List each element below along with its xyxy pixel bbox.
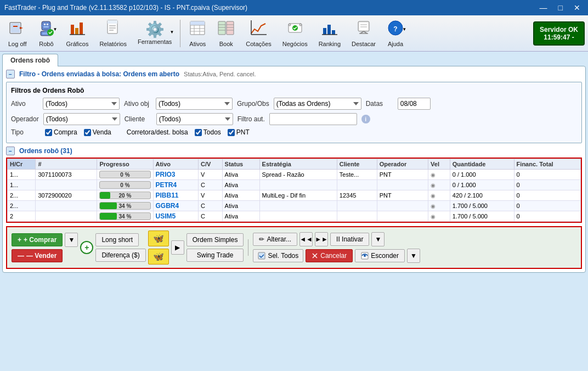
cell-ativo[interactable]: PETR4 xyxy=(153,180,198,190)
toolbar-separator-2 xyxy=(248,239,248,256)
cell-ativo[interactable]: PIBB11 xyxy=(153,190,198,201)
cell-cv: C xyxy=(198,201,222,211)
col-ativo: Ativo xyxy=(153,159,198,170)
butterfly-btn-2[interactable]: 🦋 xyxy=(148,249,169,265)
filtro-aut-label: Filtro aut. xyxy=(238,115,265,123)
ajuda-label: Ajuda xyxy=(388,41,403,47)
datas-input[interactable] xyxy=(398,98,431,110)
maximize-button[interactable]: □ xyxy=(555,2,566,13)
cell-quantidade: 0 / 1.000 xyxy=(450,180,514,190)
cell-num xyxy=(36,201,97,211)
expand-arrow-btn[interactable]: ▶ xyxy=(171,240,184,255)
diferenca-button[interactable]: Diferença ($) xyxy=(95,249,145,262)
main-panel: − Filtro - Ordens enviadas à bolsa: Orde… xyxy=(2,66,586,273)
cell-ativo[interactable]: USIM5 xyxy=(153,211,198,222)
toolbar-book[interactable]: Book xyxy=(212,16,240,50)
cell-ativo[interactable]: GGBR4 xyxy=(153,201,198,211)
toolbar-ajuda[interactable]: ? Ajuda ▼ xyxy=(382,16,409,50)
book-icon xyxy=(217,19,235,40)
tab-bar: Ordens robô xyxy=(2,54,586,66)
cancelar-button[interactable]: Cancelar xyxy=(306,249,353,262)
main-area: Ordens robô − Filtro - Ordens enviadas à… xyxy=(0,52,588,371)
svg-rect-2 xyxy=(13,26,18,27)
svg-rect-6 xyxy=(43,26,49,27)
comprar-button[interactable]: + + Comprar xyxy=(12,233,63,246)
svg-marker-13 xyxy=(71,25,74,35)
svg-text:?: ? xyxy=(393,25,397,33)
toolbar-relatorios[interactable]: Relatórios xyxy=(94,16,132,50)
toolbar-cotacoes[interactable]: Cotações xyxy=(241,16,276,50)
toolbar-graficos[interactable]: Gráficos xyxy=(61,16,93,50)
graficos-label: Gráficos xyxy=(66,41,88,47)
pnt-checkbox[interactable] xyxy=(228,129,235,136)
esconder-button[interactable]: Esconder xyxy=(355,249,405,262)
datas-label: Datas xyxy=(366,100,393,108)
orders-table-container[interactable]: H/Cr # Progresso Ativo C/V Status Estrat… xyxy=(6,158,582,223)
long-short-label: Long short xyxy=(101,236,133,244)
filter-box: Filtros de Ordens Robô Ativo (Todos) Ati… xyxy=(6,82,582,143)
table-row[interactable]: 2... 34 % GGBR4 C Ativa ◉ 1.700 / 5.000 … xyxy=(8,201,581,211)
filter-collapse-btn[interactable]: − xyxy=(6,70,15,78)
operador-select[interactable]: (Todos) xyxy=(43,113,120,125)
filter-row-2: Operador (Todos) Cliente (Todos) Filtro … xyxy=(11,113,577,125)
toolbar-ativos[interactable]: Ativos xyxy=(184,16,211,50)
comprar-dropdown-btn[interactable]: ▼ xyxy=(65,233,78,247)
cell-ativo[interactable]: PRIO3 xyxy=(153,170,198,180)
svg-point-41 xyxy=(289,24,291,26)
esconder-dropdown-btn[interactable]: ▼ xyxy=(407,249,420,263)
tab-ordens-robo[interactable]: Ordens robô xyxy=(2,54,58,66)
swing-trade-button[interactable]: Swing Trade xyxy=(186,249,244,262)
sel-todos-label: Sel. Todos xyxy=(268,252,298,260)
swing-trade-label: Swing Trade xyxy=(197,251,234,259)
svg-rect-5 xyxy=(47,24,48,25)
compra-checkbox[interactable] xyxy=(45,129,52,136)
venda-checkbox[interactable] xyxy=(84,129,91,136)
prev-btn[interactable]: ◄◄ xyxy=(299,232,313,246)
long-short-button[interactable]: Long short xyxy=(95,233,139,246)
toolbar-destacar[interactable]: Destacar xyxy=(347,16,381,50)
info-icon[interactable]: i xyxy=(361,115,370,123)
ordem-simples-button[interactable]: Ordem Simples xyxy=(186,233,244,246)
sel-todos-button[interactable]: Sel. Todos xyxy=(253,249,303,262)
venda-label: Venda xyxy=(93,128,111,136)
compra-checkbox-item: Compra xyxy=(45,128,77,136)
filtro-aut-input[interactable] xyxy=(269,113,357,125)
ativo-obj-select[interactable]: (Todos) xyxy=(156,98,233,110)
toolbar-ferramentas[interactable]: ⚙️ Ferramentas ▼ xyxy=(133,19,177,48)
col-operador: Operador xyxy=(377,159,428,170)
toolbar-negocios[interactable]: Negócios xyxy=(278,16,313,50)
compra-label: Compra xyxy=(54,128,77,136)
cell-cliente: 12345 xyxy=(337,190,377,201)
vender-button[interactable]: — — Vender xyxy=(12,249,63,262)
toolbar-sep1 xyxy=(180,20,180,47)
minimize-button[interactable]: — xyxy=(536,2,551,13)
cell-num xyxy=(36,180,97,190)
next-btn[interactable]: ►► xyxy=(315,232,328,246)
table-row[interactable]: 2 34 % USIM5 C Ativa ◉ 1.700 / 5.000 0 xyxy=(8,211,581,222)
toolbar-robo[interactable]: Robô ▼ xyxy=(32,16,60,50)
toolbar-logoff[interactable]: Log off xyxy=(3,16,31,50)
butterfly-btn-1[interactable]: 🦋 xyxy=(148,231,169,246)
todos-checkbox[interactable] xyxy=(195,129,202,136)
svg-rect-30 xyxy=(227,21,234,35)
table-header-row: H/Cr # Progresso Ativo C/V Status Estrat… xyxy=(8,159,581,170)
comprar-label: + Comprar xyxy=(24,236,56,244)
right-section: ✏ Alterar... ◄◄ ►► II Inativar ▼ Sel. To… xyxy=(253,232,420,263)
add-button[interactable]: + xyxy=(80,241,93,254)
negocios-label: Negócios xyxy=(282,41,308,47)
diferenca-label: Diferença ($) xyxy=(101,251,139,259)
alterar-button[interactable]: ✏ Alterar... xyxy=(253,233,297,246)
close-button[interactable]: ✕ xyxy=(570,2,584,13)
cliente-select[interactable]: (Todos) xyxy=(156,113,233,125)
cell-num: 3072900020 xyxy=(36,190,97,201)
toolbar-ranking[interactable]: Ranking xyxy=(314,16,346,50)
logoff-icon xyxy=(9,19,26,40)
table-row[interactable]: 1... 0 % PETR4 C Ativa ◉ 0 / 1.000 0 xyxy=(8,180,581,190)
orders-collapse-btn[interactable]: − xyxy=(6,147,15,155)
inativar-button[interactable]: II Inativar xyxy=(330,233,369,246)
grupo-obs-select[interactable]: (Todas as Ordens) xyxy=(274,98,361,110)
table-row[interactable]: 2... 3072900020 20 % PIBB11 V Ativa Mult… xyxy=(8,190,581,201)
inativar-dropdown-btn[interactable]: ▼ xyxy=(371,232,385,246)
table-row[interactable]: 1... 3071100073 0 % PRIO3 V Ativa Spread… xyxy=(8,170,581,180)
ativo-select[interactable]: (Todos) xyxy=(43,98,120,110)
